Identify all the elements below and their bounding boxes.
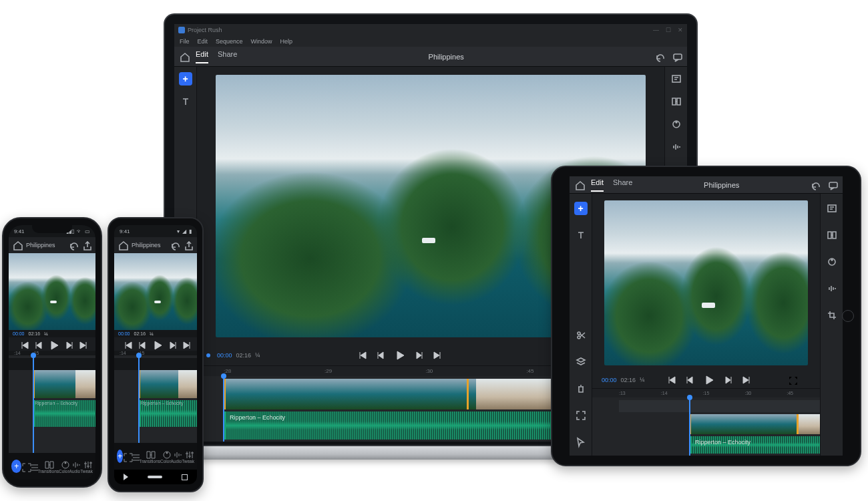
- skip-back-button[interactable]: [357, 350, 367, 361]
- iphone-timeline[interactable]: Ripperton – Echocity: [9, 355, 95, 453]
- frame-forward-button[interactable]: [167, 340, 174, 348]
- list-icon[interactable]: [803, 375, 811, 385]
- home-icon[interactable]: [13, 240, 22, 250]
- feedback-icon[interactable]: [828, 180, 837, 190]
- play-button[interactable]: [395, 350, 404, 361]
- android-home-button[interactable]: [148, 476, 162, 478]
- menu-window[interactable]: Window: [251, 38, 272, 45]
- video-track[interactable]: [689, 414, 820, 434]
- android-preview[interactable]: [114, 253, 197, 330]
- titles-tool-icon[interactable]: [179, 95, 192, 108]
- empty-track[interactable]: [9, 358, 95, 370]
- android-timeline[interactable]: Ripperton – Echocity: [114, 355, 197, 443]
- playhead[interactable]: [689, 397, 690, 456]
- audio-panel-icon[interactable]: [825, 282, 839, 295]
- tab-share[interactable]: Share: [218, 50, 237, 63]
- expand-icon[interactable]: [574, 409, 588, 422]
- scissors-icon[interactable]: [574, 329, 588, 342]
- frame-back-button[interactable]: [685, 375, 694, 385]
- play-button[interactable]: [49, 340, 55, 348]
- empty-track[interactable]: [114, 358, 197, 370]
- audio-track[interactable]: Ripperton – Echocity: [138, 400, 197, 427]
- share-icon[interactable]: [184, 240, 193, 250]
- android-ruler[interactable]: :14 :15: [114, 351, 197, 355]
- preview-frame[interactable]: [604, 200, 808, 365]
- expand-icon[interactable]: [123, 452, 131, 460]
- tablet-timeline[interactable]: Ripperton – Echocity: [592, 397, 820, 456]
- layers-icon[interactable]: [574, 355, 588, 369]
- add-media-button[interactable]: +: [179, 72, 192, 86]
- skip-forward-button[interactable]: [741, 375, 750, 385]
- tab-edit[interactable]: Edit: [196, 50, 208, 63]
- video-track[interactable]: [33, 370, 95, 398]
- frame-forward-button[interactable]: [63, 340, 70, 348]
- audio-track[interactable]: Ripperton – Echocity: [33, 400, 95, 427]
- tab-audio[interactable]: Audio: [69, 460, 81, 474]
- iphone-preview[interactable]: [9, 253, 95, 330]
- titles-panel-icon[interactable]: [825, 202, 839, 215]
- skip-forward-button[interactable]: [78, 340, 85, 348]
- undo-icon[interactable]: [170, 240, 180, 250]
- empty-track[interactable]: [619, 400, 820, 412]
- undo-icon[interactable]: [655, 52, 664, 61]
- skip-forward-button[interactable]: [432, 350, 441, 361]
- undo-icon[interactable]: [69, 240, 78, 250]
- tablet-ruler[interactable]: :13 :14 :15 :30 :45: [592, 388, 820, 397]
- expand-icon[interactable]: [21, 462, 29, 470]
- skip-back-button[interactable]: [666, 375, 676, 385]
- playhead[interactable]: [223, 376, 224, 442]
- tablet-home-button[interactable]: [842, 310, 854, 322]
- titles-panel-icon[interactable]: [670, 72, 683, 86]
- share-icon[interactable]: [82, 240, 91, 250]
- tab-transitions[interactable]: Transitions: [37, 460, 59, 474]
- menu-help[interactable]: Help: [280, 38, 293, 45]
- frame-back-button[interactable]: [138, 340, 144, 348]
- add-media-button[interactable]: +: [117, 450, 123, 463]
- playhead[interactable]: [138, 355, 140, 443]
- list-icon[interactable]: [29, 462, 37, 470]
- android-back-button[interactable]: [124, 474, 128, 480]
- home-icon[interactable]: [118, 240, 128, 250]
- home-icon[interactable]: [575, 180, 584, 190]
- video-track[interactable]: [138, 370, 197, 398]
- tab-color[interactable]: Color: [160, 450, 171, 464]
- menu-edit[interactable]: Edit: [198, 38, 208, 45]
- frame-back-button[interactable]: [376, 350, 385, 361]
- transitions-panel-icon[interactable]: [670, 95, 683, 108]
- menu-file[interactable]: File: [180, 38, 190, 45]
- trash-icon[interactable]: [574, 382, 588, 395]
- playhead[interactable]: [33, 355, 34, 453]
- color-panel-icon[interactable]: [670, 118, 683, 131]
- window-close-button[interactable]: ✕: [678, 27, 683, 33]
- window-maximize-button[interactable]: ☐: [666, 27, 671, 33]
- tab-edit[interactable]: Edit: [591, 178, 604, 192]
- frame-forward-button[interactable]: [722, 375, 732, 385]
- tab-transform[interactable]: Tweak: [182, 450, 194, 464]
- home-icon[interactable]: [180, 52, 189, 61]
- tab-color[interactable]: Color: [59, 460, 69, 474]
- cursor-icon[interactable]: [574, 436, 588, 449]
- skip-forward-button[interactable]: [182, 340, 188, 348]
- frame-back-button[interactable]: [34, 340, 41, 348]
- titles-tool-icon[interactable]: [574, 228, 588, 242]
- tab-share[interactable]: Share: [613, 178, 632, 192]
- play-button[interactable]: [152, 340, 159, 348]
- window-minimize-button[interactable]: —: [653, 27, 659, 33]
- audio-track[interactable]: Ripperton – Echocity: [689, 436, 820, 454]
- transitions-panel-icon[interactable]: [825, 228, 839, 242]
- playhead-marker-icon[interactable]: [206, 353, 210, 357]
- add-media-button[interactable]: +: [11, 460, 21, 473]
- audio-panel-icon[interactable]: [670, 140, 683, 154]
- feedback-icon[interactable]: [672, 52, 682, 61]
- tab-tweak[interactable]: Tweak: [80, 460, 93, 474]
- add-media-button[interactable]: +: [574, 202, 588, 215]
- play-button[interactable]: [704, 375, 713, 385]
- list-icon[interactable]: [131, 452, 139, 460]
- fullscreen-icon[interactable]: [788, 375, 796, 385]
- tab-transitions[interactable]: Transitions: [139, 450, 160, 464]
- skip-back-button[interactable]: [123, 340, 130, 348]
- tab-audio[interactable]: Audio: [171, 450, 182, 464]
- menu-sequence[interactable]: Sequence: [216, 38, 243, 45]
- undo-icon[interactable]: [811, 180, 820, 190]
- frame-forward-button[interactable]: [413, 350, 423, 361]
